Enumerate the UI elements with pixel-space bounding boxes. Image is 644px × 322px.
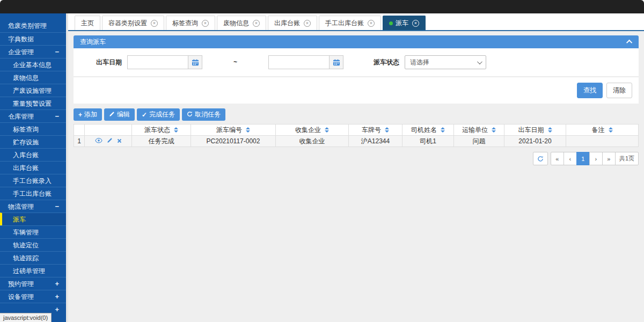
sidebar-item-storage-facility[interactable]: 贮存设施 (0, 135, 66, 148)
sidebar-item-outbound-ledger[interactable]: 出库台账 (0, 161, 66, 174)
add-button[interactable]: +添加 (74, 108, 102, 121)
column-remark[interactable]: 备注 (566, 125, 639, 136)
sidebar-item-hazard-category[interactable]: 危废类别管理 (0, 19, 66, 32)
sort-icon[interactable] (174, 127, 178, 133)
column-label: 派车状态 (144, 126, 170, 135)
sidebar-group-reservation[interactable]: 预约管理+ (0, 277, 66, 290)
dispatch-table: 派车状态 派车编号 收集企业 车牌号 司机姓名 运输单位 出车日期 备注 1 (74, 124, 639, 147)
last-page-button[interactable]: » (602, 152, 616, 165)
edit-pencil-icon[interactable] (107, 137, 113, 145)
close-icon[interactable]: × (253, 20, 260, 27)
sidebar-item-label: 手工台账录入 (13, 177, 52, 185)
expand-plus-icon[interactable]: + (55, 277, 59, 290)
tab-container-category[interactable]: 容器类别设置× (102, 16, 164, 30)
first-page-button[interactable]: « (551, 152, 564, 165)
sidebar-item-track-positioning[interactable]: 轨迹定位 (0, 238, 66, 251)
sort-icon[interactable] (325, 127, 329, 133)
sidebar-group-logistics[interactable]: 物流管理− (0, 200, 66, 213)
current-page-button[interactable]: 1 (576, 152, 590, 165)
sidebar-item-waste-info[interactable]: 废物信息 (0, 71, 66, 84)
active-tab-dot (389, 21, 393, 25)
calendar-icon[interactable] (188, 55, 202, 69)
sidebar-item-label: 设备管理 (8, 293, 34, 301)
calendar-icon[interactable] (329, 55, 343, 69)
sidebar-item-label: 入库台账 (13, 151, 39, 159)
sidebar-item-dictionary-data[interactable]: 字典数据 (0, 32, 66, 45)
column-transport-unit[interactable]: 运输单位 (454, 125, 504, 136)
collapse-minus-icon[interactable]: − (55, 200, 59, 213)
close-icon[interactable]: × (368, 20, 375, 27)
sort-icon[interactable] (441, 127, 445, 133)
sidebar-item-weight-warning[interactable]: 重量预警设置 (0, 97, 66, 109)
sidebar-group-warehouse[interactable]: 仓库管理− (0, 109, 66, 122)
table-header-row: 派车状态 派车编号 收集企业 车牌号 司机姓名 运输单位 出车日期 备注 (74, 125, 639, 136)
sidebar-item-label: 手工出库台账 (13, 190, 52, 197)
tab-label-query[interactable]: 标签查询× (166, 16, 215, 30)
column-driver-name[interactable]: 司机姓名 (402, 125, 454, 136)
tab-label: 废物信息 (223, 19, 249, 28)
expand-plus-icon[interactable]: + (55, 290, 59, 303)
chevron-up-icon[interactable] (626, 40, 632, 46)
sidebar-item-waste-facility[interactable]: 产废设施管理 (0, 84, 66, 97)
sidebar-group-equipment[interactable]: 设备管理+ (0, 290, 66, 303)
sidebar-item-track-tracing[interactable]: 轨迹跟踪 (0, 251, 66, 264)
column-label: 运输单位 (462, 126, 488, 135)
sidebar-item-label: 贮存设施 (13, 138, 39, 146)
complete-task-button[interactable]: ✓完成任务 (137, 108, 180, 121)
close-icon[interactable]: × (151, 20, 158, 27)
prev-page-button[interactable]: ‹ (564, 152, 577, 165)
expand-plus-icon[interactable]: + (55, 303, 59, 316)
sidebar-item-dispatch-active[interactable]: 派车 (0, 213, 66, 225)
sort-icon[interactable] (492, 127, 496, 133)
sidebar-item-manual-outbound-ledger[interactable]: 手工出库台账 (0, 187, 66, 200)
collapse-minus-icon[interactable]: − (55, 110, 59, 123)
tab-home[interactable]: 主页 (75, 16, 100, 30)
sort-icon[interactable] (609, 127, 613, 133)
search-button[interactable]: 查找 (577, 83, 603, 98)
refresh-button[interactable] (533, 152, 548, 165)
date-field-label: 出车日期 (96, 58, 122, 67)
sidebar-item-vehicle-management[interactable]: 车辆管理 (0, 225, 66, 238)
close-icon[interactable]: × (304, 20, 311, 27)
pagination: « ‹ 1 › » 共1页 (74, 152, 639, 165)
sort-icon[interactable] (246, 127, 250, 133)
close-icon[interactable]: × (202, 20, 209, 27)
clear-button[interactable]: 清除 (606, 83, 632, 98)
column-plate-number[interactable]: 车牌号 (349, 125, 402, 136)
table-row[interactable]: 1 任务完成 PC20210117-0002 收集企业 沪A12344 (74, 136, 639, 147)
cell-driver-name: 司机1 (402, 136, 454, 147)
collapse-minus-icon[interactable]: − (55, 46, 59, 58)
tab-label: 出库台账 (274, 19, 300, 28)
refresh-icon (187, 111, 193, 119)
tab-dispatch-active[interactable]: 派车× (383, 16, 426, 30)
tab-manual-outbound-ledger[interactable]: 手工出库台账× (319, 16, 381, 30)
sidebar-item-inbound-ledger[interactable]: 入库台账 (0, 148, 66, 161)
sidebar-group-enterprise[interactable]: 企业管理− (0, 45, 66, 58)
sidebar-item-enterprise-info[interactable]: 企业基本信息 (0, 58, 66, 71)
dispatch-status-select[interactable]: 请选择 (405, 55, 486, 69)
sidebar-item-label: 出库台账 (13, 164, 39, 172)
edit-button[interactable]: 编辑 (104, 108, 135, 121)
delete-x-icon[interactable] (117, 137, 122, 145)
date-from-input[interactable] (127, 55, 188, 69)
sort-icon[interactable] (385, 127, 389, 133)
column-departure-date[interactable]: 出车日期 (504, 125, 566, 136)
plus-icon: + (78, 111, 82, 119)
sidebar-item-label: 危废类别管理 (8, 22, 47, 30)
date-to-input[interactable] (268, 55, 329, 69)
close-icon[interactable]: × (412, 20, 419, 27)
view-eye-icon[interactable] (95, 137, 103, 145)
next-page-button[interactable]: › (589, 152, 603, 165)
tab-outbound-ledger[interactable]: 出库台账× (268, 16, 317, 30)
column-dispatch-number[interactable]: 派车编号 (191, 125, 276, 136)
column-collect-company[interactable]: 收集企业 (276, 125, 349, 136)
sidebar-item-label: 派车 (13, 216, 26, 223)
query-panel-header[interactable]: 查询派车 (74, 35, 639, 48)
cancel-task-button[interactable]: 取消任务 (182, 108, 225, 121)
sidebar-item-manual-ledger-entry[interactable]: 手工台账录入 (0, 174, 66, 187)
tab-waste-info[interactable]: 废物信息× (217, 16, 266, 30)
sidebar-item-weighbridge-management[interactable]: 过磅单管理 (0, 264, 66, 277)
sidebar-item-label-query[interactable]: 标签查询 (0, 122, 66, 135)
column-dispatch-status[interactable]: 派车状态 (132, 125, 191, 136)
sort-icon[interactable] (548, 127, 552, 133)
